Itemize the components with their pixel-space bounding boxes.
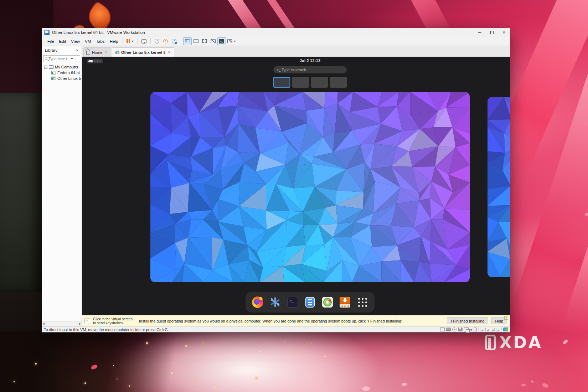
tab-close-icon[interactable]: ✕ — [104, 50, 108, 55]
toolbar-separator — [181, 38, 181, 44]
usb-status-icon[interactable] — [474, 327, 477, 331]
toolbar-separator — [137, 38, 138, 44]
toolbar-separator — [123, 38, 123, 44]
scroll-right-icon[interactable] — [79, 323, 81, 325]
workspace-thumbnails — [273, 77, 347, 88]
harddisk-status-icon[interactable] — [446, 327, 451, 331]
finished-installing-button[interactable]: I Finished Installing — [447, 318, 488, 324]
titlebar[interactable]: Other Linux 5.x kernel 64-bit - VMware W… — [42, 28, 510, 37]
disk-image-mounter-icon[interactable] — [321, 296, 334, 308]
installer-icon[interactable] — [339, 296, 351, 308]
workspace-indicator[interactable] — [87, 59, 103, 63]
workspace-thumbnail-1[interactable] — [273, 77, 290, 88]
cdrom-status-icon[interactable] — [452, 327, 457, 331]
minimize-icon — [478, 32, 481, 33]
menu-file[interactable]: File — [45, 38, 57, 45]
firefox-icon[interactable] — [252, 296, 264, 308]
files-icon[interactable] — [304, 296, 316, 308]
vmware-window: Other Linux 5.x kernel 64-bit - VMware W… — [42, 28, 510, 332]
library-search[interactable] — [43, 55, 80, 62]
floppy-status-icon[interactable] — [458, 327, 463, 331]
computer-icon — [49, 65, 53, 69]
terminal-icon[interactable]: >_ — [287, 296, 299, 308]
virtual-screen-icon — [84, 319, 90, 323]
menu-view[interactable]: View — [68, 38, 82, 45]
tab-close-icon[interactable]: ✕ — [167, 50, 171, 55]
send-ctrl-alt-del-button[interactable] — [140, 37, 148, 45]
nixos-icon[interactable] — [269, 296, 281, 308]
maximize-button[interactable] — [486, 28, 498, 37]
search-icon — [277, 69, 279, 71]
tree-item-my-computer[interactable]: My Computer — [42, 64, 82, 70]
device-status-icons — [440, 327, 508, 331]
chevron-down-icon — [131, 41, 134, 42]
network-status-icon[interactable] — [464, 327, 469, 331]
workspace-thumbnail-3[interactable] — [311, 77, 328, 88]
thumbnail-bar-icon — [194, 39, 198, 43]
toolbar-separator — [150, 38, 151, 44]
workspace-thumbnail-2[interactable] — [292, 77, 309, 88]
display-status-icon[interactable] — [440, 327, 445, 331]
guest-search-box[interactable]: Type to search — [273, 66, 347, 73]
library-title: Library — [45, 48, 57, 52]
tab-home[interactable]: Home ✕ — [83, 47, 111, 57]
show-library-button[interactable] — [183, 37, 192, 45]
menubar: File Edit View VM Tabs Help >_ — [42, 37, 510, 46]
vmware-tools-icon[interactable] — [503, 327, 508, 331]
menu-tabs[interactable]: Tabs — [93, 38, 107, 45]
manage-snapshots-button[interactable] — [170, 37, 179, 45]
menu-vm[interactable]: VM — [82, 38, 93, 45]
menu-help[interactable]: Help — [107, 38, 121, 45]
unity-mode-icon — [211, 39, 216, 43]
scroll-left-icon[interactable] — [43, 323, 45, 325]
sound-status-icon[interactable] — [470, 329, 472, 331]
chevron-down-icon[interactable] — [71, 58, 73, 60]
revert-snapshot-icon — [163, 39, 168, 43]
close-button[interactable]: ✕ — [498, 28, 510, 37]
next-workspace-preview[interactable] — [488, 97, 510, 277]
fit-guest-icon[interactable] — [480, 328, 484, 331]
library-hscrollbar[interactable] — [42, 321, 82, 326]
minimize-button[interactable] — [474, 28, 486, 37]
menu-edit[interactable]: Edit — [57, 38, 69, 45]
vmware-app-icon — [44, 30, 50, 35]
vm-console[interactable]: Jul 2 12:13 Type to search — [82, 57, 510, 315]
library-close-button[interactable]: ✕ — [74, 48, 80, 53]
tree-item-label: Other Linux 5 — [57, 76, 81, 81]
tab-bar: Home ✕ Other Linux 5.x kernel 64-... ✕ — [82, 46, 510, 57]
free-stretch-button[interactable] — [226, 37, 237, 45]
vm-icon — [51, 77, 56, 80]
tree-item-label: Fedora 64-bi — [57, 71, 79, 75]
unity-mode-button[interactable] — [209, 37, 217, 45]
window-title: Other Linux 5.x kernel 64-bit - VMware W… — [52, 30, 145, 35]
status-separator — [478, 327, 479, 331]
status-bar: To direct input to this VM, move the mou… — [42, 326, 510, 332]
xda-watermark: XDA — [485, 333, 542, 352]
tab-other-linux[interactable]: Other Linux 5.x kernel 64-... ✕ — [112, 47, 174, 57]
fullscreen-icon — [202, 39, 207, 43]
revert-snapshot-button[interactable] — [161, 37, 170, 45]
console-view-button[interactable]: >_ — [217, 37, 226, 45]
fullscreen-button[interactable] — [200, 37, 209, 45]
hint-dismiss-button[interactable]: ✕ — [504, 316, 508, 320]
pause-icon — [127, 39, 130, 43]
tree-item-fedora[interactable]: Fedora 64-bi — [42, 70, 82, 76]
workspace-thumbnail-4[interactable] — [330, 77, 347, 88]
pause-button[interactable] — [125, 37, 135, 45]
take-snapshot-button[interactable] — [153, 37, 161, 45]
workspace-preview[interactable] — [150, 92, 470, 282]
library-search-input[interactable] — [48, 57, 69, 61]
autosize-icon[interactable] — [491, 328, 495, 331]
fit-window-icon[interactable] — [485, 328, 489, 331]
stretch-guest-icon[interactable] — [496, 328, 500, 331]
tree-item-other-linux[interactable]: Other Linux 5 — [42, 76, 82, 81]
keystroke-hint: Click in the virtual screen to send keys… — [93, 317, 133, 325]
status-text: To direct input to this VM, move the mou… — [44, 327, 169, 332]
gnome-top-panel: Jul 2 12:13 — [82, 57, 510, 66]
clock[interactable]: Jul 2 12:13 — [300, 58, 320, 63]
show-thumbnail-bar-button[interactable] — [192, 37, 200, 45]
collapse-icon[interactable] — [44, 66, 47, 69]
workspace-dot — [99, 61, 100, 62]
workspace-dot — [97, 61, 98, 62]
show-apps-icon[interactable] — [356, 296, 368, 308]
